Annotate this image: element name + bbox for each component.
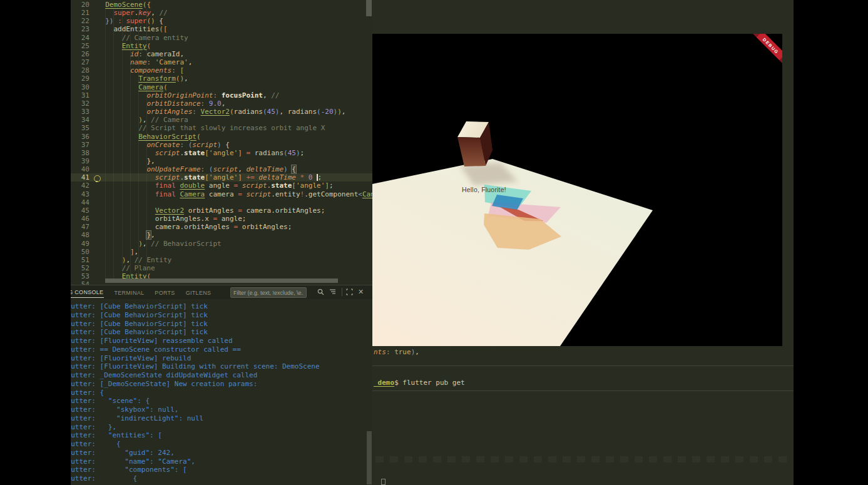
code-line: 48 }, bbox=[50, 231, 372, 239]
console-line: flutter: _DemoSceneState didUpdateWidget… bbox=[50, 371, 366, 380]
code-line: 38 script.state['angle'] = radians(45); bbox=[50, 149, 372, 157]
divider bbox=[372, 391, 794, 391]
console-line: flutter: [_DemoSceneState] New creation … bbox=[50, 380, 366, 389]
vscode-window: 20 DemoScene({21 super.key, //22 }) : su… bbox=[50, 0, 794, 485]
screenshot-stage: 20 DemoScene({21 super.key, //22 }) : su… bbox=[0, 0, 868, 485]
code-line: 26 id: cameraId, bbox=[50, 50, 372, 58]
code-line: 20 DemoScene({ bbox=[50, 1, 372, 9]
code-line: 21 super.key, // bbox=[50, 9, 372, 17]
terminal-cwd: _demo bbox=[374, 379, 394, 387]
code-line: 23 addEntities([ bbox=[50, 25, 372, 33]
letterbox-right bbox=[794, 0, 868, 485]
code-line: 47 camera.orbitAngles = orbitAngles; bbox=[50, 223, 372, 231]
code-line: 29 Transform(), bbox=[50, 74, 372, 83]
code-line: 46 orbitAngles.x = angle; bbox=[50, 215, 372, 223]
code-line: 51 ), // Entity bbox=[50, 256, 372, 264]
faint-watermark-row bbox=[375, 456, 789, 462]
terminal-prompt-line[interactable]: _demo$ flutter pub get bbox=[374, 379, 465, 387]
debug-console-output[interactable]: flutter: [Cube BehaviorScript] tickflutt… bbox=[50, 299, 366, 485]
maximize-panel-icon[interactable] bbox=[345, 287, 354, 297]
terminal-command: flutter pub get bbox=[399, 379, 465, 387]
console-line: flutter: { bbox=[50, 440, 366, 449]
code-line: 34 ), // Camera bbox=[50, 116, 372, 124]
console-line: flutter: [FluoriteView] reassemble calle… bbox=[50, 337, 366, 345]
3d-scene bbox=[372, 34, 782, 346]
collapse-all-icon[interactable] bbox=[328, 287, 337, 297]
console-line: flutter: "components": [ bbox=[50, 466, 366, 474]
console-line: flutter: { bbox=[50, 474, 366, 483]
console-line: flutter: [Cube BehaviorScript] tick bbox=[50, 320, 366, 329]
code-line: 42 final double angle = script.state['an… bbox=[50, 181, 372, 190]
toolbar-separator bbox=[342, 288, 342, 296]
flutter-app-window: Hello, Fluorite! DEBUG bbox=[372, 34, 782, 346]
code-line: 43 final Camera camera = script.entity!.… bbox=[50, 190, 372, 198]
editor-group-left: 20 DemoScene({21 super.key, //22 }) : su… bbox=[50, 0, 372, 485]
code-line: 35 // Script that slowly increases orbit… bbox=[50, 124, 372, 132]
editor-group-right: nts: true), _demo$ flutter pub get Hello… bbox=[372, 0, 794, 485]
terminal-dollar: $ bbox=[394, 379, 399, 387]
code-line: 24 // Camera entity bbox=[50, 34, 372, 42]
code-line: 31 orbitOriginPoint: focusPoint, // bbox=[50, 91, 372, 100]
search-icon[interactable] bbox=[316, 287, 325, 297]
console-line: flutter: "scene": { bbox=[50, 397, 366, 406]
code-line: 37 onCreate: (script) { bbox=[50, 141, 372, 149]
console-line: flutter: [Cube BehaviorScript] tick bbox=[50, 311, 366, 320]
panel-tab-bar: DEBUG CONSOLETERMINALPORTSGITLENS ✕ bbox=[50, 285, 372, 299]
code-line: 50 ], bbox=[50, 248, 372, 256]
code-line: 40 onUpdateFrame: (script, deltaTime) { bbox=[50, 165, 372, 173]
console-line: flutter: "guid": 242, bbox=[50, 449, 366, 457]
hello-label: Hello, Fluorite! bbox=[462, 186, 506, 193]
console-line: flutter: }, bbox=[50, 423, 366, 432]
console-line: flutter: [Cube BehaviorScript] tick bbox=[50, 328, 366, 337]
code-line: 33 orbitAngles: Vector2(radians(45), rad… bbox=[50, 108, 372, 116]
code-line: 36 BehaviorScript( bbox=[50, 133, 372, 141]
letterbox-left bbox=[0, 0, 71, 485]
console-line: flutter: [FluoriteView] Building with cu… bbox=[50, 362, 366, 371]
close-panel-icon[interactable]: ✕ bbox=[356, 287, 365, 297]
console-line: flutter: [FluoriteView] rebuild bbox=[50, 354, 366, 363]
code-line: 30 Camera( bbox=[50, 83, 372, 91]
stray-glyph bbox=[381, 479, 385, 485]
code-line: 45 Vector2 orbitAngles = camera.orbitAng… bbox=[50, 207, 372, 215]
console-line: flutter: "name": "Camera", bbox=[50, 457, 366, 466]
console-line: flutter: "entities": [ bbox=[50, 431, 366, 440]
console-line: flutter: [Cube BehaviorScript] tick bbox=[50, 302, 366, 311]
code-line: 32 orbitDistance: 9.0, bbox=[50, 100, 372, 108]
code-line: 49 ), // BehaviorScript bbox=[50, 240, 372, 248]
console-scrollbar[interactable] bbox=[367, 431, 372, 484]
background-code-fragment: nts: true), bbox=[374, 348, 419, 357]
code-line: 25 Entity( bbox=[50, 42, 372, 50]
code-line: 28 components: [ bbox=[50, 66, 372, 74]
console-line: flutter: == DemoScene constructor called… bbox=[50, 345, 366, 354]
code-lines: 20 DemoScene({21 super.key, //22 }) : su… bbox=[50, 1, 372, 285]
code-line: 52 // Plane bbox=[50, 264, 372, 272]
bottom-panel: DEBUG CONSOLETERMINALPORTSGITLENS ✕ flut… bbox=[50, 285, 372, 485]
ground-plane bbox=[372, 159, 653, 346]
console-line: flutter: "indirectLight": null bbox=[50, 414, 366, 423]
code-line: 22 }) : super() { bbox=[50, 17, 372, 25]
console-line: flutter: "skybox": null, bbox=[50, 406, 366, 414]
console-line: flutter: { bbox=[50, 389, 366, 397]
panel-tab-gitlens[interactable]: GITLENS bbox=[185, 287, 212, 298]
editor-horizontal-scrollbar[interactable] bbox=[105, 278, 338, 283]
code-line: 44 bbox=[50, 198, 372, 207]
lightbulb-icon[interactable] bbox=[94, 175, 101, 182]
panel-tab-ports[interactable]: PORTS bbox=[154, 287, 175, 298]
console-filter-input[interactable] bbox=[230, 287, 307, 298]
code-line: 27 name: 'Camera', bbox=[50, 58, 372, 66]
editor-vertical-scrollbar[interactable] bbox=[366, 0, 372, 285]
divider bbox=[372, 365, 794, 366]
panel-tab-terminal[interactable]: TERMINAL bbox=[113, 287, 145, 298]
code-editor[interactable]: 20 DemoScene({21 super.key, //22 }) : su… bbox=[50, 0, 372, 285]
code-line: 39 }, bbox=[50, 157, 372, 165]
